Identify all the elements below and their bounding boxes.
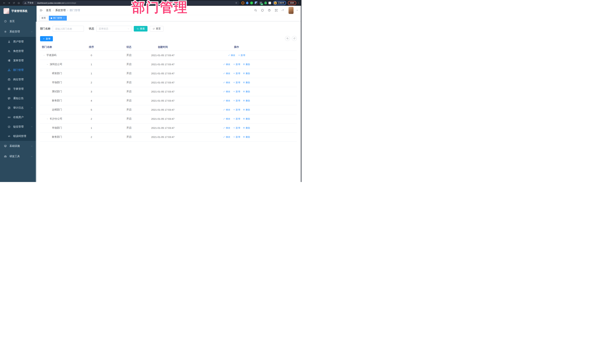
- browser-scrollbar[interactable]: [301, 6, 302, 182]
- dept-name-text: 市场部门: [52, 81, 62, 84]
- action-delete-link[interactable]: 删除: [243, 63, 250, 66]
- page-content: 部门名称 状态 菜单状态 搜索 重置 新增: [36, 21, 302, 182]
- sidebar-logo[interactable]: 芋道管理系统: [0, 6, 36, 16]
- add-button[interactable]: 新增: [40, 36, 53, 41]
- action-edit-link[interactable]: 修改: [223, 72, 230, 75]
- action-add-link[interactable]: 新增: [233, 117, 240, 121]
- extension-icon-stack[interactable]: on: [259, 1, 262, 4]
- action-delete-link[interactable]: 删除: [243, 90, 250, 93]
- sidebar-item-notice-management[interactable]: 通知公告: [0, 94, 36, 103]
- breadcrumb-item-home[interactable]: 首页: [46, 9, 51, 12]
- extension-icon-figure[interactable]: [264, 1, 267, 4]
- action-edit-link[interactable]: 修改: [223, 126, 230, 130]
- search-button[interactable]: 搜索: [134, 26, 148, 32]
- bookmark-star-icon[interactable]: [235, 2, 237, 4]
- cell-actions: 修改新增删除: [176, 108, 297, 111]
- extension-icon-ring[interactable]: [241, 1, 244, 4]
- action-delete-link[interactable]: 删除: [243, 99, 250, 102]
- sidebar-item-error-code-management[interactable]: 错误码管理: [0, 132, 36, 141]
- expand-row-icon[interactable]: [46, 118, 48, 120]
- sidebar-item-post-management[interactable]: 岗位管理: [0, 75, 36, 84]
- action-add-link[interactable]: 新增: [233, 72, 240, 75]
- action-edit-link[interactable]: 修改: [223, 63, 230, 66]
- action-edit-link[interactable]: 修改: [223, 90, 230, 93]
- action-delete-link[interactable]: 删除: [243, 135, 250, 139]
- tab-label: 首页: [41, 16, 46, 20]
- close-tab-icon[interactable]: [63, 17, 65, 19]
- sidebar-item-dev-tools[interactable]: 研发工具: [0, 151, 36, 162]
- sidebar-item-menu-management[interactable]: 菜单管理: [0, 56, 36, 65]
- breadcrumb-item-system-management[interactable]: 系统管理: [55, 9, 66, 12]
- action-label: 修改: [226, 72, 230, 75]
- address-bar[interactable]: 不安全 dashboard.yudao.iocoder.cn/system/de…: [22, 1, 240, 5]
- hamburger-icon[interactable]: [39, 9, 43, 12]
- github-icon[interactable]: [260, 8, 265, 13]
- sidebar-item-audit-log[interactable]: 审计日志: [0, 103, 36, 112]
- extensions-puzzle-icon[interactable]: [268, 2, 271, 4]
- sidebar-item-online-users[interactable]: 在线用户: [0, 112, 36, 122]
- action-edit-link[interactable]: 修改: [223, 81, 230, 84]
- reset-button[interactable]: 重置: [150, 26, 163, 32]
- caret-down-icon[interactable]: [296, 9, 298, 11]
- action-add-link[interactable]: 新增: [233, 126, 240, 130]
- sidebar-item-dept-management[interactable]: 部门管理: [0, 65, 36, 75]
- sidebar-item-infrastructure[interactable]: 基础设施: [0, 141, 36, 151]
- expand-row-icon[interactable]: [43, 54, 45, 56]
- sidebar-item-sms-management[interactable]: 短信管理: [0, 122, 36, 132]
- sidebar-item-home[interactable]: 首页: [0, 16, 36, 26]
- question-icon[interactable]: [267, 8, 272, 13]
- sidebar-item-user-management[interactable]: 用户管理: [0, 37, 36, 46]
- extension-icon-squares[interactable]: [255, 1, 258, 4]
- refresh-table-button[interactable]: [292, 36, 297, 41]
- edit-icon: [223, 118, 225, 120]
- fullscreen-icon[interactable]: [274, 8, 278, 13]
- cell-created: 2021-01-05 17:03:47: [149, 72, 176, 75]
- action-edit-link[interactable]: 修改: [223, 117, 230, 121]
- browser-menu-icon[interactable]: [297, 2, 300, 4]
- tab-dept-management[interactable]: 部门管理: [49, 16, 67, 21]
- sidebar-item-dict-management[interactable]: 字典管理: [0, 84, 36, 94]
- action-delete-link[interactable]: 删除: [243, 126, 250, 130]
- extension-icon-drop[interactable]: [245, 1, 249, 5]
- action-edit-link[interactable]: 修改: [223, 135, 230, 139]
- action-add-link[interactable]: 新增: [233, 63, 240, 66]
- browser-home-icon[interactable]: [16, 0, 21, 5]
- browser-profile-chip[interactable]: 已暂停: [273, 1, 286, 5]
- action-add-link[interactable]: 新增: [233, 108, 240, 111]
- security-chip[interactable]: 不安全: [24, 1, 34, 4]
- action-add-link[interactable]: 新增: [233, 99, 240, 102]
- action-edit-link[interactable]: 修改: [223, 99, 230, 102]
- fontsize-icon[interactable]: tT: [280, 8, 285, 13]
- user-avatar[interactable]: [289, 7, 293, 14]
- action-edit-link[interactable]: 修改: [228, 54, 235, 57]
- search-icon[interactable]: [253, 8, 258, 13]
- delete-icon: [243, 72, 245, 75]
- plus-icon: [233, 99, 235, 102]
- action-add-link[interactable]: 新增: [233, 90, 240, 93]
- action-edit-link[interactable]: 修改: [223, 108, 230, 111]
- dept-name-input[interactable]: [53, 26, 84, 32]
- action-delete-link[interactable]: 删除: [243, 108, 250, 111]
- action-delete-link[interactable]: 删除: [243, 117, 250, 121]
- sidebar-item-role-management[interactable]: 角色管理: [0, 46, 36, 56]
- tab-home[interactable]: 首页: [39, 16, 48, 21]
- sidebar-item-system-management[interactable]: 系统管理: [0, 26, 36, 37]
- action-delete-link[interactable]: 删除: [243, 72, 250, 75]
- toggle-search-button[interactable]: [285, 36, 290, 41]
- users-icon: [8, 50, 11, 53]
- browser-forward-icon[interactable]: [7, 0, 12, 5]
- browser-back-icon[interactable]: [2, 0, 7, 5]
- action-delete-link[interactable]: 删除: [243, 81, 250, 84]
- action-add-link[interactable]: 新增: [233, 81, 240, 84]
- browser-reload-icon[interactable]: [12, 0, 16, 5]
- table-row: 芋道源码0开启2021-01-05 17:03:47修改新增: [40, 51, 297, 60]
- table-row: 市场部门2开启2021-01-05 17:03:47修改新增删除: [40, 78, 297, 87]
- expand-row-icon[interactable]: [46, 63, 48, 66]
- column-header-3: 状态: [109, 45, 149, 49]
- extension-icon-check[interactable]: ✓: [250, 1, 253, 4]
- action-add-link[interactable]: 新增: [238, 54, 245, 57]
- dept-name-text: 测试部门: [52, 90, 62, 93]
- status-select[interactable]: 菜单状态: [96, 26, 132, 32]
- action-add-link[interactable]: 新增: [233, 135, 240, 139]
- browser-update-button[interactable]: 更新: [288, 1, 296, 5]
